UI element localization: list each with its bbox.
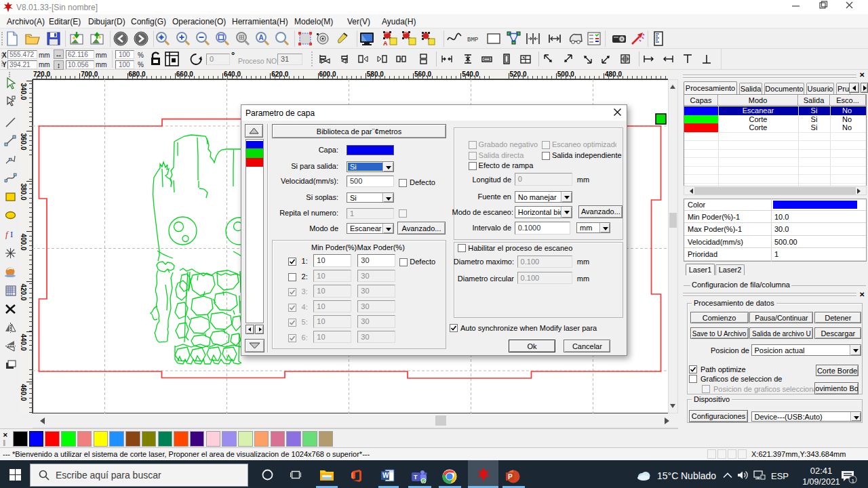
svg-text:A: A — [259, 34, 264, 41]
svg-text:W: W — [382, 472, 389, 479]
svg-text:A: A — [383, 40, 388, 47]
svg-text:BMP: BMP — [467, 37, 478, 43]
svg-text:f: f — [5, 229, 9, 239]
svg-text:T: T — [414, 474, 418, 481]
svg-text:1: 1 — [852, 478, 855, 484]
svg-text:I: I — [10, 229, 13, 239]
svg-text:P: P — [508, 473, 513, 481]
